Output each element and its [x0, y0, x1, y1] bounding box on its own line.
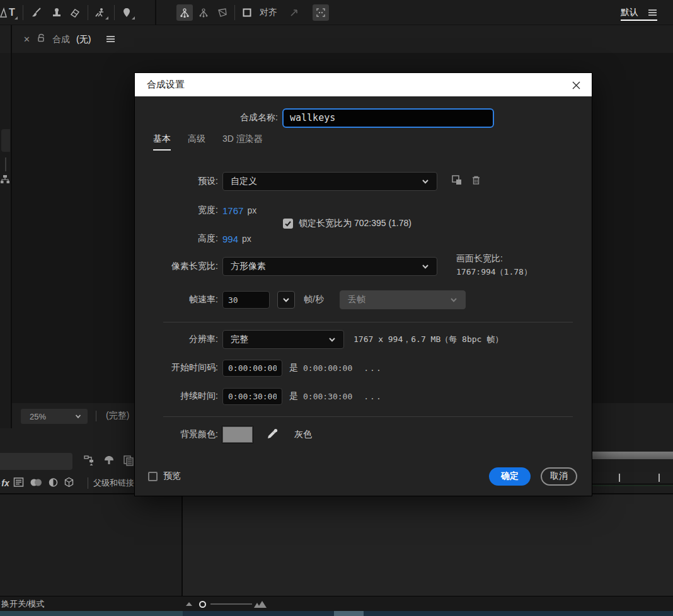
pixel-aspect-dropdown[interactable]: 方形像素 — [222, 257, 437, 276]
width-value[interactable]: 1767 — [222, 205, 243, 216]
duration-input[interactable] — [222, 388, 282, 405]
layer-panel-icon[interactable] — [13, 476, 25, 491]
ok-button[interactable]: 确定 — [489, 467, 531, 486]
time-ruler[interactable] — [589, 472, 673, 484]
background-color-label: 背景颜色: — [135, 429, 218, 440]
align-label[interactable]: 对齐 — [260, 7, 277, 18]
timeline-column-header: fx 父级和链接 — [0, 474, 134, 493]
tab-basic[interactable]: 基本 — [153, 134, 171, 151]
pen-tool-icon[interactable] — [0, 7, 8, 18]
mask-rect-icon[interactable] — [241, 7, 253, 18]
frame-blend-icon[interactable] — [122, 454, 135, 469]
puppet-pin-tool-icon[interactable] — [121, 7, 132, 18]
preview-checkbox[interactable] — [148, 472, 158, 481]
delete-preset-icon[interactable] — [471, 174, 481, 188]
flowchart-icon[interactable] — [0, 174, 10, 186]
name-label: 合成名称: — [135, 112, 278, 123]
ruler-tick — [619, 474, 620, 482]
duration-ellipsis: ... — [364, 392, 382, 401]
bottom-scrollbar-track[interactable] — [0, 611, 673, 616]
snapping-button[interactable] — [313, 4, 329, 21]
chevron-down-icon — [420, 261, 430, 271]
workspace-label[interactable]: 默认 — [621, 7, 638, 18]
eraser-tool-icon[interactable] — [69, 7, 81, 18]
composition-settings-dialog: 合成设置 合成名称: 基本 高级 3D 渲染器 预设: 自定义 — [134, 72, 592, 496]
view-axis-mode-button[interactable] — [214, 4, 231, 21]
duration-alt-value: 0:00:30:00 — [303, 392, 352, 401]
height-value[interactable]: 994 — [222, 234, 238, 244]
chevron-down-icon — [281, 295, 291, 305]
panel-tab-title[interactable]: 合成 — [52, 33, 70, 45]
preset-dropdown[interactable]: 自定义 — [222, 172, 437, 191]
zoom-slider-knob[interactable] — [199, 601, 206, 608]
magnification-dropdown[interactable]: 25% — [21, 409, 88, 424]
resolution-indicator[interactable]: (完整) — [106, 410, 129, 421]
lock-aspect-label: 锁定长宽比为 702:395 (1.78) — [299, 218, 411, 229]
toolbar-separator — [114, 5, 115, 20]
height-row: 高度: 994 px — [135, 232, 592, 245]
workspace-menu-icon[interactable] — [648, 8, 657, 17]
start-timecode-input[interactable] — [222, 360, 282, 377]
chevron-down-icon — [449, 295, 459, 305]
composition-name-row: 合成名称: — [135, 108, 592, 128]
brush-tool-icon[interactable] — [30, 7, 42, 18]
bottom-scrollbar-thumb[interactable] — [334, 611, 364, 616]
zoom-out-icon[interactable] — [186, 602, 192, 606]
panel-lock-icon[interactable] — [37, 33, 46, 45]
draft-3d-icon[interactable] — [103, 454, 115, 469]
save-preset-icon[interactable] — [451, 174, 463, 188]
blend-circles-icon[interactable] — [28, 476, 43, 491]
resolution-dropdown[interactable]: 完整 — [222, 330, 344, 349]
half-circle-icon[interactable] — [47, 476, 59, 491]
parent-link-column-header[interactable]: 父级和链接 — [93, 477, 134, 489]
preview-toggle[interactable]: 预览 — [148, 471, 181, 482]
fx-switch-icon[interactable]: fx — [1, 478, 9, 488]
duration-is-label: 是 — [289, 391, 298, 402]
resolution-label: 分辨率: — [135, 334, 218, 345]
cancel-button[interactable]: 取消 — [541, 467, 577, 486]
timeline-zoom-slider — [186, 596, 267, 612]
start-tc-alt-value: 0:00:00:00 — [303, 363, 352, 373]
start-tc-is-label: 是 — [289, 362, 298, 374]
framerate-dropdown-button[interactable] — [277, 291, 295, 309]
resolution-row: 分辨率: 完整 1767 x 994，6.7 MB（每 8bpc 帧） — [135, 329, 592, 350]
framerate-input[interactable] — [222, 291, 270, 309]
strip-slider[interactable] — [5, 157, 6, 171]
bottombar-separator — [96, 411, 96, 421]
composition-name-input[interactable] — [282, 108, 494, 128]
roto-brush-tool-icon[interactable] — [95, 7, 106, 18]
strip-button[interactable] — [1, 129, 10, 152]
chevron-down-icon — [74, 412, 83, 421]
lock-aspect-checkbox[interactable] — [283, 219, 293, 229]
start-timecode-label: 开始时间码: — [135, 362, 218, 374]
timeline-layer-area — [0, 494, 181, 596]
composition-panel-tabbar: ✕ 合成 (无) — [0, 25, 673, 53]
zoom-slider-track[interactable] — [210, 603, 252, 605]
world-axis-mode-button[interactable] — [195, 4, 212, 21]
resolution-info: 1767 x 994，6.7 MB（每 8bpc 帧） — [354, 334, 503, 345]
eyedropper-icon[interactable] — [267, 427, 279, 442]
toolbar-separator — [88, 5, 88, 20]
panel-menu-icon[interactable] — [106, 35, 115, 43]
frame-aspect-info: 画面长宽比: 1767:994（1.78） — [456, 253, 532, 278]
local-axis-mode-button[interactable] — [176, 4, 193, 21]
tab-advanced[interactable]: 高级 — [188, 134, 205, 151]
framerate-row: 帧速率: 帧/秒 丢帧 — [135, 290, 592, 310]
shuttle-arrow-icon[interactable] — [289, 7, 300, 18]
close-icon[interactable] — [569, 78, 583, 92]
panel-close-icon[interactable]: ✕ — [23, 33, 30, 45]
type-tool-icon[interactable]: T — [9, 7, 15, 18]
tab-3d-renderer[interactable]: 3D 渲染器 — [222, 134, 263, 151]
mini-flowchart-icon[interactable] — [83, 454, 96, 469]
after-effects-window: T 对齐 — [0, 0, 673, 616]
zoom-in-icon[interactable] — [254, 601, 267, 608]
frame-aspect-value: 1767:994（1.78） — [456, 266, 532, 278]
toggle-switches-label[interactable]: 换开关/模式 — [1, 598, 45, 610]
stamp-tool-icon[interactable] — [51, 7, 62, 18]
cube-icon[interactable] — [63, 476, 75, 491]
background-color-swatch[interactable] — [222, 426, 253, 443]
pixel-aspect-label: 像素长宽比: — [135, 261, 218, 272]
horizontal-scrollbar[interactable] — [589, 452, 673, 459]
timeline-search-input[interactable] — [0, 453, 72, 470]
framerate-unit: 帧/秒 — [304, 294, 324, 305]
